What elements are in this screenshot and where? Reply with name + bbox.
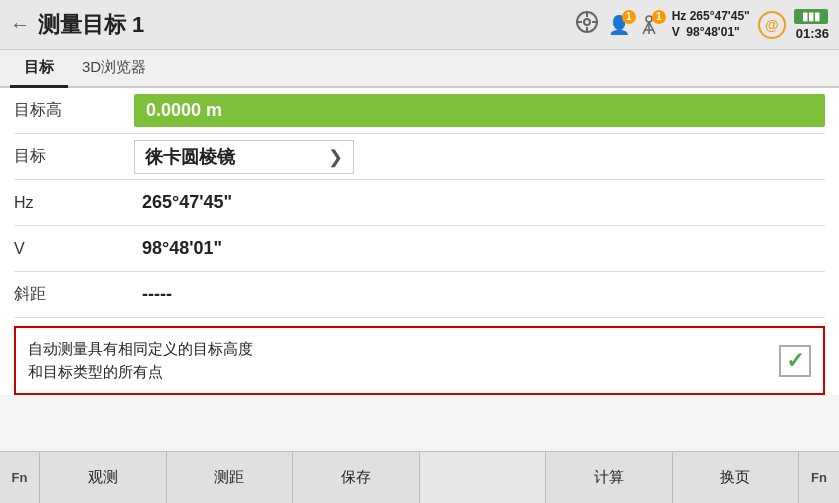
svg-line-9 (649, 22, 655, 34)
battery-icon: ▮▮▮ (794, 9, 828, 24)
slope-row: 斜距 ----- (14, 272, 825, 318)
target-value-box[interactable]: 徕卡圆棱镜 ❯ (134, 140, 354, 174)
save-button[interactable]: 保存 (293, 452, 420, 503)
svg-point-5 (584, 19, 590, 25)
header-coordinates: Hz 265°47'45" V 98°48'01" (672, 9, 750, 40)
tabs-bar: 目标 3D浏览器 (0, 50, 839, 88)
person-icon-1: 👤 1 (608, 14, 630, 36)
tripod-icon: 1 (638, 14, 660, 36)
page-title: 测量目标 1 (38, 10, 574, 40)
target-row: 目标 徕卡圆棱镜 ❯ (14, 134, 825, 180)
v-row: V 98°48'01" (14, 226, 825, 272)
bottom-toolbar: Fn 观测 测距 保存 计算 换页 Fn (0, 451, 839, 503)
back-button[interactable]: ← (10, 13, 30, 36)
target-value: 徕卡圆棱镜 (145, 145, 328, 169)
auto-measure-text: 自动测量具有相同定义的目标高度 和目标类型的所有点 (28, 338, 769, 383)
hz-label: Hz (14, 194, 134, 212)
tab-3d-browser[interactable]: 3D浏览器 (68, 50, 160, 86)
fn-left-button[interactable]: Fn (0, 452, 40, 503)
measure-dist-button[interactable]: 测距 (167, 452, 294, 503)
tab-target[interactable]: 目标 (10, 50, 68, 88)
header: ← 测量目标 1 👤 1 (0, 0, 839, 50)
calculate-button[interactable]: 计算 (546, 452, 673, 503)
v-label: V (14, 240, 134, 258)
slope-value: ----- (134, 284, 825, 305)
target-height-row: 目标高 0.0000 m (14, 88, 825, 134)
crosshair-icon (574, 9, 600, 41)
target-label: 目标 (14, 146, 134, 167)
slope-label: 斜距 (14, 284, 134, 305)
auto-measure-checkbox[interactable]: ✓ (779, 345, 811, 377)
observe-button[interactable]: 观测 (40, 452, 167, 503)
main-content: 目标高 0.0000 m 目标 徕卡圆棱镜 ❯ Hz 265°47'45" V … (0, 88, 839, 395)
hz-value: 265°47'45" (134, 192, 825, 213)
svg-point-6 (646, 16, 652, 22)
header-icons: 👤 1 1 Hz 265°47'45" V 98°48'01" @ (574, 9, 829, 41)
target-height-value[interactable]: 0.0000 m (134, 94, 825, 127)
time-display: 01:36 (796, 26, 829, 41)
fn-right-button[interactable]: Fn (799, 452, 839, 503)
target-value-container: 徕卡圆棱镜 ❯ (134, 140, 825, 174)
auto-measure-checkbox-row: 自动测量具有相同定义的目标高度 和目标类型的所有点 ✓ (14, 326, 825, 395)
empty-slot (420, 452, 547, 503)
at-icon: @ (758, 11, 786, 39)
v-coord: V 98°48'01" (672, 25, 750, 41)
hz-row: Hz 265°47'45" (14, 180, 825, 226)
turn-page-button[interactable]: 换页 (673, 452, 800, 503)
hz-coord: Hz 265°47'45" (672, 9, 750, 25)
checkmark-icon: ✓ (786, 348, 804, 374)
dropdown-arrow-icon: ❯ (328, 146, 343, 168)
svg-line-7 (643, 22, 649, 34)
v-value: 98°48'01" (134, 238, 825, 259)
target-height-label: 目标高 (14, 100, 134, 121)
